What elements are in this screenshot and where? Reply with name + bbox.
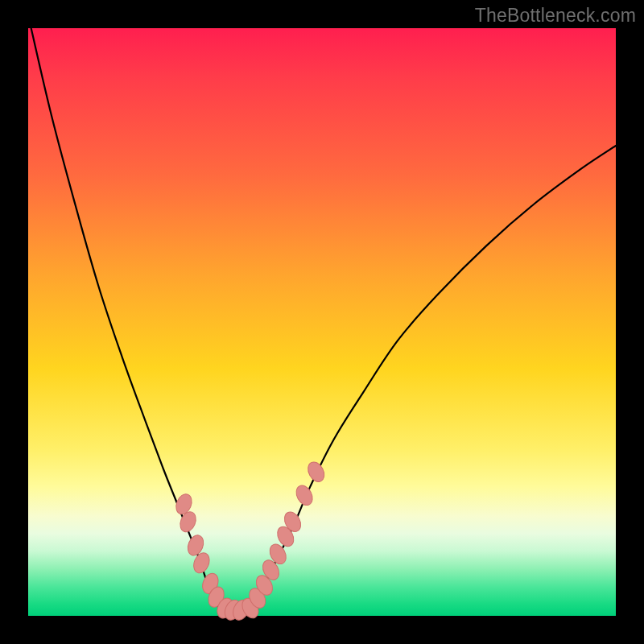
curve-marker	[305, 459, 328, 484]
watermark-label: TheBottleneck.com	[475, 5, 636, 27]
curve-marker	[293, 483, 316, 508]
svg-point-17	[305, 459, 328, 484]
chart-curves	[31, 28, 616, 612]
chart-markers	[173, 459, 328, 622]
v-curve	[31, 28, 616, 612]
chart-overlay	[28, 28, 616, 616]
svg-point-16	[293, 483, 316, 508]
chart-frame: TheBottleneck.com	[0, 0, 644, 644]
